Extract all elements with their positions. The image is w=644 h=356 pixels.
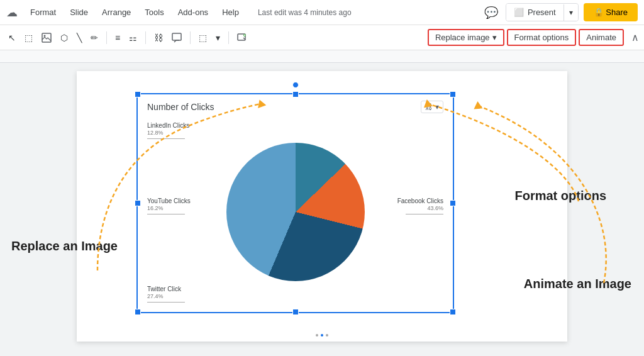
resize-handle-top-center[interactable] (292, 91, 299, 97)
image-tool[interactable] (38, 30, 55, 45)
present-dropdown[interactable]: ▾ (564, 4, 578, 21)
separator-2 (145, 31, 146, 44)
menu-help[interactable]: Help (219, 6, 242, 18)
resize-handle-bottom-left[interactable] (135, 309, 141, 315)
chart-body: LinkedIn Clicks 12.8% YouTube Clicks 16.… (147, 118, 443, 306)
animate-label: Animate (586, 33, 616, 42)
double-line-tool[interactable]: ⚏ (126, 30, 140, 45)
toolbar-highlighted-actions: Replace image ▾ Format options Animate (428, 29, 624, 46)
chart-title: Number of Clicks (147, 102, 214, 112)
separator-4 (228, 31, 229, 44)
resize-handle-top-right[interactable] (450, 91, 456, 97)
chart-header: Number of Clicks ⛓ ▾ (147, 101, 443, 113)
link-tool[interactable]: ⛓ (151, 30, 166, 45)
rotate-handle[interactable] (292, 82, 299, 88)
ruler (0, 50, 644, 63)
present-label: Present (528, 8, 556, 17)
resize-handle-left-center[interactable] (135, 200, 141, 206)
svg-rect-2 (172, 33, 181, 40)
twitter-label: Twitter Click (147, 285, 185, 293)
format-options-label: Format options (514, 33, 569, 42)
chart-link-icon[interactable]: ⛓ ▾ (421, 101, 443, 113)
comment-tool[interactable] (169, 30, 185, 45)
annotation-replace: Replace an Image (11, 239, 118, 253)
menu-bar: Format Slide Arrange Tools Add-ons Help (28, 6, 242, 18)
separator-1 (106, 31, 107, 44)
linkedin-pct: 12.8% (147, 130, 189, 137)
linkedin-label: LinkedIn Clicks (147, 121, 189, 130)
resize-handle-bottom-center[interactable] (292, 309, 299, 315)
replace-image-label: Replace image (435, 33, 490, 42)
resize-handle-bottom-right[interactable] (450, 309, 456, 315)
crop-tool[interactable]: ⬚ (196, 30, 210, 45)
annotation-animate: Animate an Image (524, 277, 631, 291)
youtube-label: YouTube Clicks (147, 197, 191, 205)
slide-nav-dots (316, 334, 328, 337)
pen-tool[interactable]: ✏ (87, 30, 101, 45)
line-tool[interactable]: ╲ (74, 30, 85, 45)
menu-addons[interactable]: Add-ons (175, 6, 211, 18)
pie-chart (226, 143, 365, 281)
last-edit-text: Last edit was 4 minutes ago (258, 8, 352, 17)
toolbar: ↖ ⬚ ⬡ ╲ ✏ ≡ ⚏ ⛓ ⬚ ▾ Replace image ▾ Form… (0, 25, 644, 50)
facebook-pct: 43.6% (397, 205, 443, 213)
menu-format[interactable]: Format (28, 6, 58, 18)
crop-dropdown[interactable]: ▾ (213, 30, 223, 45)
comment-button[interactable]: 💬 (482, 3, 501, 22)
present-button-group[interactable]: ⬜ Present ▾ (506, 3, 579, 21)
resize-handle-top-left[interactable] (135, 91, 141, 97)
collapse-toolbar-button[interactable]: ∧ (631, 31, 639, 43)
facebook-label: Facebook Clicks (397, 197, 443, 205)
svg-rect-0 (42, 33, 51, 42)
chart-inner: Number of Clicks ⛓ ▾ LinkedIn Clicks 12.… (138, 94, 453, 312)
insert-image-tool[interactable] (234, 30, 250, 45)
slide-dot (326, 334, 328, 337)
share-button[interactable]: 🔒 Share (584, 3, 638, 21)
link-icon: ⛓ (425, 103, 433, 111)
replace-image-dropdown-icon: ▾ (492, 33, 497, 42)
animate-button[interactable]: Animate (579, 29, 624, 46)
selected-image[interactable]: Number of Clicks ⛓ ▾ LinkedIn Clicks 12.… (136, 93, 454, 313)
annotation-format: Format options (514, 189, 606, 203)
replace-image-button[interactable]: Replace image ▾ (428, 29, 504, 46)
select-tool[interactable]: ↖ (5, 30, 19, 45)
youtube-pct: 16.2% (147, 205, 191, 213)
dropdown-icon: ▾ (435, 103, 439, 111)
single-line-tool[interactable]: ≡ (112, 30, 123, 45)
cloud-icon: ☁ (6, 6, 18, 19)
menu-slide[interactable]: Slide (67, 6, 91, 18)
twitter-pct: 27.4% (147, 293, 185, 301)
canvas-area: Number of Clicks ⛓ ▾ LinkedIn Clicks 12.… (0, 50, 644, 356)
format-options-button[interactable]: Format options (507, 29, 577, 46)
slide-paper[interactable]: Number of Clicks ⛓ ▾ LinkedIn Clicks 12.… (77, 71, 567, 342)
separator-3 (190, 31, 191, 44)
present-icon: ⬜ (514, 8, 524, 17)
slide-dot (316, 334, 318, 337)
resize-handle-right-center[interactable] (450, 200, 456, 206)
top-bar: ☁ Format Slide Arrange Tools Add-ons Hel… (0, 0, 644, 25)
menu-arrange[interactable]: Arrange (99, 6, 133, 18)
svg-point-1 (44, 35, 46, 36)
text-tool[interactable]: ⬚ (21, 30, 36, 45)
slide-dot-active (321, 334, 323, 337)
shape-tool[interactable]: ⬡ (57, 30, 71, 45)
top-bar-right: 💬 ⬜ Present ▾ 🔒 Share (482, 3, 638, 22)
menu-tools[interactable]: Tools (142, 6, 166, 18)
top-bar-left: ☁ Format Slide Arrange Tools Add-ons Hel… (6, 6, 352, 19)
present-main[interactable]: ⬜ Present (506, 4, 564, 21)
